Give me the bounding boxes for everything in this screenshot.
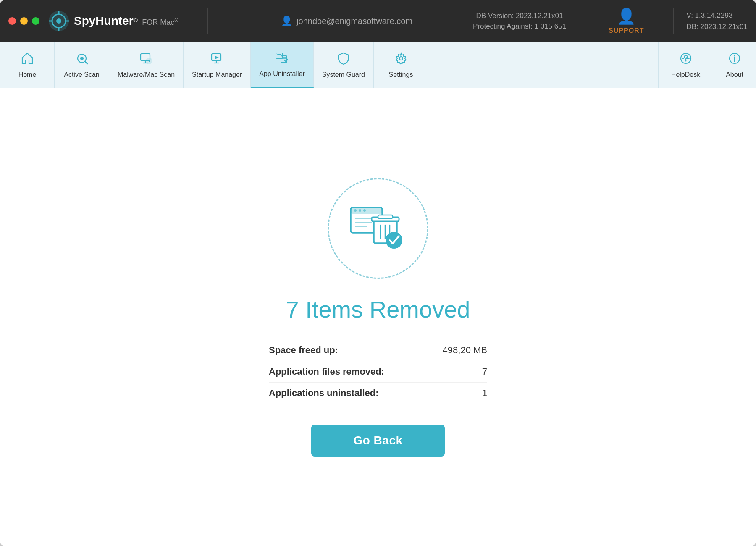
stats-label-files: Application files removed: — [269, 366, 384, 377]
nav-label-malware-scan: Malware/Mac Scan — [118, 71, 175, 79]
result-icon-container — [328, 178, 428, 279]
active-scan-icon — [75, 52, 89, 68]
svg-point-2 — [56, 18, 61, 24]
titlebar-divider-2 — [596, 8, 596, 34]
stats-label-space: Space freed up: — [269, 345, 338, 356]
nav-item-settings[interactable]: Settings — [374, 42, 428, 88]
nav-label-startup-manager: Startup Manager — [192, 71, 242, 79]
titlebar-divider-3 — [673, 8, 674, 34]
nav-label-settings: Settings — [389, 71, 413, 79]
result-title: 7 Items Removed — [286, 296, 470, 323]
malware-scan-icon — [139, 52, 153, 68]
nav-label-app-uninstaller: App Uninstaller — [259, 70, 305, 78]
support-area[interactable]: 👤 SUPPORT — [609, 8, 644, 34]
nav-item-home[interactable]: Home — [0, 42, 55, 88]
nav-label-about: About — [726, 71, 743, 79]
app-window: SpyHunter® FOR Mac® 👤 johndoe@enigmasoft… — [0, 0, 756, 546]
protecting-against: Protecting Against: 1 015 651 — [473, 21, 566, 32]
nav-item-about[interactable]: About — [713, 42, 756, 88]
svg-point-36 — [363, 209, 366, 212]
db-version: DB Version: 2023.12.21x01 — [473, 10, 566, 21]
titlebar-divider — [207, 8, 208, 34]
nav-item-helpdesk[interactable]: HelpDesk — [658, 42, 713, 88]
user-info: 👤 johndoe@enigmasoftware.com — [220, 16, 473, 26]
svg-point-28 — [685, 60, 686, 61]
stats-row-files: Application files removed: 7 — [269, 361, 487, 383]
nav-item-startup-manager[interactable]: Startup Manager — [184, 42, 251, 88]
helpdesk-icon — [679, 52, 693, 68]
home-icon — [21, 52, 34, 68]
startup-manager-icon — [210, 52, 224, 68]
db-info: DB Version: 2023.12.21x01 Protecting Aga… — [473, 10, 566, 32]
logo: SpyHunter® FOR Mac® — [48, 10, 178, 32]
navbar: Home Active Scan — [0, 42, 756, 88]
minimize-button[interactable] — [20, 17, 28, 25]
fullscreen-button[interactable] — [32, 17, 39, 25]
circle-inner — [349, 203, 407, 254]
titlebar: SpyHunter® FOR Mac® 👤 johndoe@enigmasoft… — [0, 0, 756, 42]
user-icon: 👤 — [281, 16, 292, 26]
spyhunter-logo-icon — [48, 10, 70, 32]
nav-item-system-guard[interactable]: System Guard — [314, 42, 374, 88]
svg-point-8 — [80, 57, 84, 60]
nav-item-malware-scan[interactable]: Malware/Mac Scan — [109, 42, 184, 88]
system-guard-icon — [337, 52, 350, 68]
svg-line-9 — [85, 62, 87, 64]
svg-point-35 — [359, 209, 361, 212]
go-back-button[interactable]: Go Back — [311, 425, 444, 457]
svg-rect-21 — [277, 54, 281, 55]
stats-value-files: 7 — [482, 366, 487, 377]
svg-point-31 — [734, 55, 735, 56]
stats-table: Space freed up: 498,20 MB Application fi… — [269, 340, 487, 404]
version-line2: DB: 2023.12.21x01 — [686, 21, 748, 32]
stats-row-space: Space freed up: 498,20 MB — [269, 340, 487, 361]
svg-marker-17 — [215, 56, 219, 59]
nav-item-active-scan[interactable]: Active Scan — [55, 42, 109, 88]
about-icon — [728, 52, 741, 68]
nav-label-active-scan: Active Scan — [64, 71, 99, 79]
nav-label-helpdesk: HelpDesk — [671, 71, 700, 79]
svg-point-46 — [386, 232, 402, 249]
settings-icon — [394, 52, 408, 68]
svg-rect-42 — [378, 215, 393, 218]
traffic-lights — [8, 17, 39, 25]
support-icon: 👤 — [617, 8, 636, 25]
support-label: SUPPORT — [609, 27, 644, 34]
logo-text: SpyHunter® FOR Mac® — [74, 14, 178, 28]
stats-value-apps: 1 — [482, 388, 487, 399]
nav-item-app-uninstaller[interactable]: App Uninstaller — [251, 42, 314, 88]
user-email: johndoe@enigmasoftware.com — [297, 16, 412, 26]
app-uninstaller-icon — [275, 51, 289, 68]
nav-label-system-guard: System Guard — [322, 71, 365, 79]
svg-point-34 — [354, 209, 357, 212]
stats-value-space: 498,20 MB — [443, 345, 487, 356]
nav-label-home: Home — [18, 71, 37, 79]
version-info: V: 1.3.14.2293 DB: 2023.12.21x01 — [686, 10, 748, 32]
main-content: 7 Items Removed Space freed up: 498,20 M… — [0, 88, 756, 546]
close-button[interactable] — [8, 17, 16, 25]
svg-point-26 — [399, 57, 403, 60]
stats-label-apps: Applications uninstalled: — [269, 388, 379, 399]
stats-row-apps: Applications uninstalled: 1 — [269, 383, 487, 404]
version-line1: V: 1.3.14.2293 — [686, 10, 748, 21]
uninstall-result-icon — [349, 203, 407, 254]
